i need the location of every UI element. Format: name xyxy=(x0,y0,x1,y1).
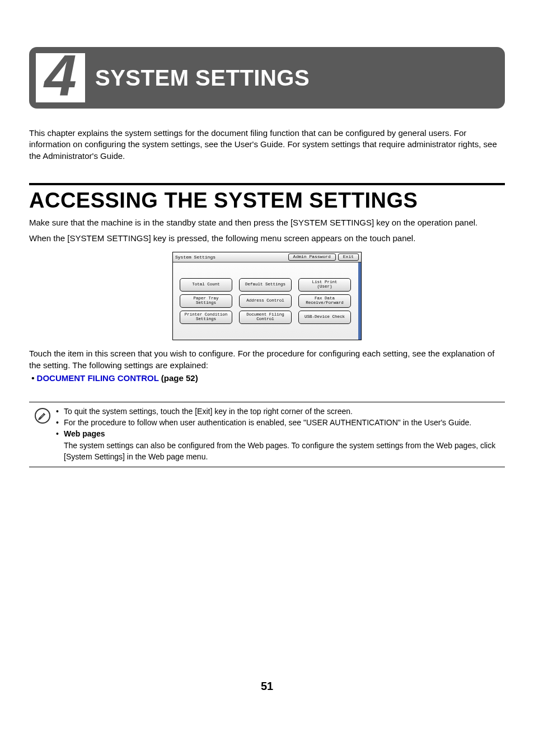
intro-paragraph: This chapter explains the system setting… xyxy=(29,128,505,162)
panel-side-stripe xyxy=(358,262,361,340)
note-item-2: For the procedure to follow when user au… xyxy=(64,417,471,428)
panel-btn-document-filing[interactable]: Document Filing Control xyxy=(239,311,292,324)
chapter-number-box: 4 xyxy=(36,53,85,102)
panel-btn-default-settings[interactable]: Default Settings xyxy=(239,278,292,292)
touch-panel-illustration: System Settings Admin Password Exit Tota… xyxy=(172,252,362,340)
section-rule xyxy=(29,183,505,185)
admin-password-button[interactable]: Admin Password xyxy=(288,253,336,261)
panel-btn-paper-tray[interactable]: Paper Tray Settings xyxy=(180,294,232,308)
link-suffix: (page 52) xyxy=(159,373,198,383)
bullet: • xyxy=(31,373,34,383)
exit-button[interactable]: Exit xyxy=(338,253,359,261)
chapter-number: 4 xyxy=(44,46,77,105)
panel-btn-list-print[interactable]: List Print (User) xyxy=(298,278,351,292)
note-bottom-rule xyxy=(29,467,505,467)
pencil-icon xyxy=(35,408,50,424)
paragraph-1: Make sure that the machine is in the sta… xyxy=(29,217,505,228)
panel-btn-usb-device[interactable]: USB-Device Check xyxy=(298,311,351,324)
panel-btn-fax-data[interactable]: Fax Data Receive/Forward xyxy=(298,294,351,308)
paragraph-2: When the [SYSTEM SETTINGS] key is presse… xyxy=(29,233,505,244)
section-title: ACCESSING THE SYSTEM SETTINGS xyxy=(29,189,505,213)
note-box: •To quit the system settings, touch the … xyxy=(29,402,505,467)
document-filing-control-link[interactable]: DOCUMENT FILING CONTROL xyxy=(37,373,159,383)
paragraph-3: Touch the item in this screen that you w… xyxy=(29,348,505,371)
chapter-header: 4 SYSTEM SETTINGS xyxy=(29,47,505,109)
panel-button-grid: Total Count Default Settings List Print … xyxy=(173,262,361,324)
note-web-text: The system settings can also be configur… xyxy=(56,440,502,463)
panel-btn-printer-condition[interactable]: Printer Condition Settings xyxy=(180,311,232,324)
panel-header: System Settings Admin Password Exit xyxy=(173,252,361,262)
panel-header-title: System Settings xyxy=(175,255,216,260)
note-item-1: To quit the system settings, touch the [… xyxy=(64,406,353,417)
panel-btn-total-count[interactable]: Total Count xyxy=(180,278,232,292)
link-line: • DOCUMENT FILING CONTROL (page 52) xyxy=(29,372,505,384)
page-number: 51 xyxy=(29,680,505,693)
note-web-label: Web pages xyxy=(64,428,105,439)
panel-btn-address-control[interactable]: Address Control xyxy=(239,294,292,308)
chapter-title: SYSTEM SETTINGS xyxy=(95,65,310,91)
